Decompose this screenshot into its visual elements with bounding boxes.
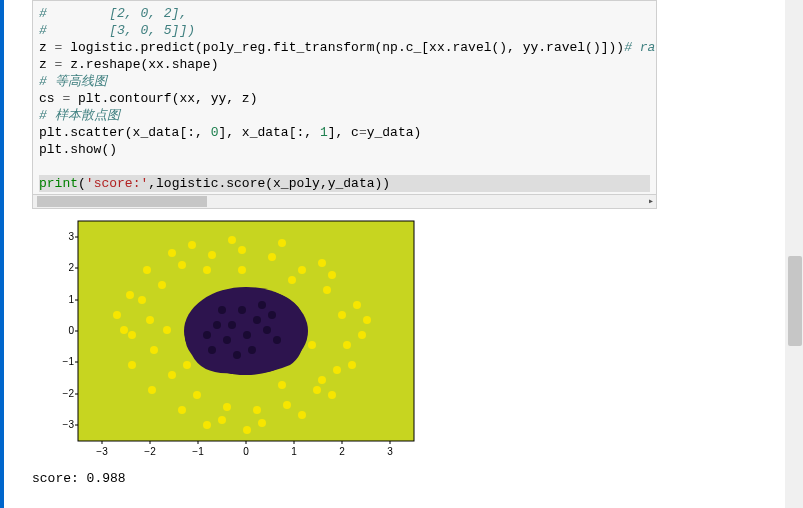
svg-point-44: [238, 266, 246, 274]
code-line: z = z.reshape(xx.shape): [39, 57, 218, 72]
svg-point-63: [258, 301, 266, 309]
svg-point-30: [218, 416, 226, 424]
svg-point-3: [238, 246, 246, 254]
svg-point-18: [128, 331, 136, 339]
svg-point-46: [363, 316, 371, 324]
svg-point-8: [343, 341, 351, 349]
svg-point-54: [223, 336, 231, 344]
svg-point-33: [128, 361, 136, 369]
hscroll-thumb[interactable]: [37, 196, 207, 207]
svg-point-4: [268, 253, 276, 261]
svg-point-2: [208, 251, 216, 259]
svg-text:−2: −2: [63, 388, 75, 399]
svg-point-51: [228, 321, 236, 329]
svg-text:2: 2: [339, 446, 345, 457]
svg-text:0: 0: [68, 325, 74, 336]
x-axis-ticks: −3 −2 −1 0 1 2 3: [96, 441, 393, 457]
code-block: # [2, 0, 2], # [3, 0, 5]]) z = logistic.…: [32, 0, 657, 195]
contour-blob-edge: [185, 288, 303, 374]
svg-point-10: [313, 386, 321, 394]
svg-point-48: [203, 421, 211, 429]
svg-point-47: [243, 426, 251, 434]
svg-point-21: [228, 236, 236, 244]
svg-point-12: [253, 406, 261, 414]
svg-point-15: [168, 371, 176, 379]
svg-point-35: [126, 291, 134, 299]
svg-point-57: [213, 321, 221, 329]
svg-text:−2: −2: [144, 446, 156, 457]
svg-point-17: [146, 316, 154, 324]
matplotlib-figure: 3 2 1 0 −1 −2 −3 −3 −2 −1 0 1 2 3: [32, 215, 432, 465]
code-line: # [3, 0, 5]]): [39, 23, 195, 38]
svg-point-16: [150, 346, 158, 354]
code-line: plt.show(): [39, 142, 117, 157]
horizontal-scrollbar[interactable]: ▸: [32, 195, 657, 209]
svg-point-34: [120, 326, 128, 334]
svg-point-28: [298, 411, 306, 419]
svg-point-39: [288, 276, 296, 284]
vertical-scrollbar[interactable]: [785, 0, 803, 508]
svg-text:0: 0: [243, 446, 249, 457]
svg-text:−3: −3: [96, 446, 108, 457]
svg-point-14: [193, 391, 201, 399]
svg-point-38: [203, 266, 211, 274]
code-line: # 等高线图: [39, 74, 107, 89]
svg-point-52: [243, 331, 251, 339]
svg-point-27: [328, 391, 336, 399]
code-cell: # [2, 0, 2], # [3, 0, 5]]) z = logistic.…: [32, 0, 799, 209]
svg-text:2: 2: [68, 262, 74, 273]
svg-point-23: [318, 259, 326, 267]
svg-text:1: 1: [68, 294, 74, 305]
svg-point-62: [203, 331, 211, 339]
code-line: plt.scatter(x_data[:, 0], x_data[:, 1], …: [39, 125, 421, 140]
svg-text:−1: −1: [63, 356, 75, 367]
svg-text:3: 3: [68, 231, 74, 242]
svg-point-56: [263, 326, 271, 334]
svg-point-41: [183, 361, 191, 369]
svg-point-7: [338, 311, 346, 319]
svg-point-25: [358, 331, 366, 339]
svg-point-64: [273, 336, 281, 344]
svg-text:3: 3: [387, 446, 393, 457]
svg-point-11: [283, 401, 291, 409]
svg-point-60: [218, 306, 226, 314]
svg-point-58: [248, 346, 256, 354]
hscroll-right-arrow-icon[interactable]: ▸: [648, 195, 654, 206]
svg-point-31: [178, 406, 186, 414]
output-score-text: score: 0.988: [32, 471, 799, 486]
svg-point-29: [258, 419, 266, 427]
svg-point-42: [163, 326, 171, 334]
svg-point-20: [188, 241, 196, 249]
svg-point-36: [143, 266, 151, 274]
svg-point-5: [298, 266, 306, 274]
code-line-highlighted: print('score:',logistic.score(x_poly,y_d…: [39, 175, 650, 192]
svg-point-19: [138, 296, 146, 304]
svg-point-53: [253, 316, 261, 324]
svg-point-0: [158, 281, 166, 289]
code-line: z = logistic.predict(poly_reg.fit_transf…: [39, 40, 657, 55]
svg-text:1: 1: [291, 446, 297, 457]
svg-point-37: [168, 249, 176, 257]
svg-point-40: [308, 341, 316, 349]
code-line: # [2, 0, 2],: [39, 6, 187, 21]
svg-point-1: [178, 261, 186, 269]
svg-point-45: [113, 311, 121, 319]
svg-point-59: [233, 351, 241, 359]
svg-text:−1: −1: [192, 446, 204, 457]
svg-point-61: [268, 311, 276, 319]
svg-point-49: [318, 376, 326, 384]
y-axis-ticks: 3 2 1 0 −1 −2 −3: [63, 231, 78, 430]
svg-point-6: [323, 286, 331, 294]
code-line: # 样本散点图: [39, 108, 120, 123]
svg-point-55: [238, 306, 246, 314]
svg-point-24: [353, 301, 361, 309]
svg-point-32: [148, 386, 156, 394]
page-container: # [2, 0, 2], # [3, 0, 5]]) z = logistic.…: [0, 0, 803, 508]
svg-point-65: [208, 346, 216, 354]
svg-point-22: [278, 239, 286, 247]
vscroll-thumb[interactable]: [788, 256, 802, 346]
svg-point-9: [333, 366, 341, 374]
svg-point-13: [223, 403, 231, 411]
code-line: cs = plt.contourf(xx, yy, z): [39, 91, 257, 106]
svg-point-43: [278, 381, 286, 389]
